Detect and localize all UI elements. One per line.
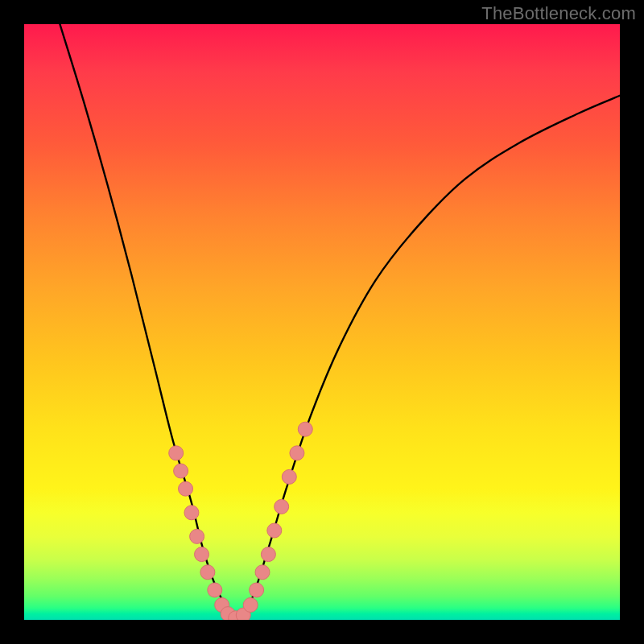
data-markers	[169, 422, 313, 620]
data-marker	[184, 506, 199, 520]
data-marker	[290, 446, 304, 460]
data-marker	[298, 422, 312, 436]
data-marker	[169, 446, 184, 460]
data-marker	[267, 523, 282, 538]
data-marker	[195, 547, 209, 562]
data-marker	[250, 583, 264, 597]
data-marker	[208, 583, 222, 597]
plot-svg	[24, 24, 620, 620]
data-marker	[243, 598, 258, 613]
data-marker	[275, 499, 289, 514]
data-marker	[190, 529, 204, 543]
data-marker	[261, 547, 275, 562]
data-marker	[179, 481, 193, 496]
watermark-text: TheBottleneck.com	[481, 3, 636, 24]
curve-right-branch	[236, 96, 620, 620]
data-marker	[255, 565, 270, 580]
curve-left-branch	[60, 24, 235, 620]
chart-frame: TheBottleneck.com	[0, 0, 644, 644]
data-marker	[200, 565, 215, 580]
data-marker	[174, 464, 188, 478]
plot-gradient-background	[24, 24, 620, 620]
data-marker	[282, 469, 296, 484]
